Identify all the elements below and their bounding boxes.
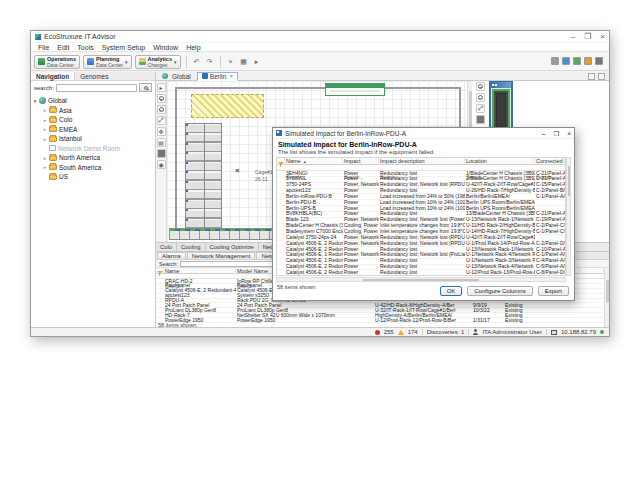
- warning-count[interactable]: 174: [408, 329, 418, 335]
- pointer-tool-icon[interactable]: ▸: [157, 83, 166, 92]
- folder-icon: [49, 107, 57, 113]
- undo-icon[interactable]: ↶: [192, 57, 202, 67]
- minimize-icon[interactable]: –: [542, 130, 546, 137]
- menu-help[interactable]: Help: [182, 44, 204, 51]
- user-icon: [473, 329, 478, 335]
- ok-button[interactable]: OK: [440, 286, 463, 296]
- error-icon[interactable]: [375, 330, 380, 335]
- column-impact-description[interactable]: Impact description: [379, 158, 465, 165]
- close-tab-icon[interactable]: ×: [229, 73, 233, 79]
- column-connected-breaker[interactable]: Connected Breaker: [535, 158, 565, 165]
- column-name[interactable]: Name▲: [285, 158, 343, 165]
- dialog-heading: Simulated Impact for Berlin-InRow-PDU-A …: [273, 139, 574, 156]
- tab-global[interactable]: Global: [158, 72, 195, 81]
- tab-network-management[interactable]: Network Management: [187, 252, 256, 259]
- restore-view-icon[interactable]: [588, 73, 595, 80]
- table-row[interactable]: PowerEdge 1950PowerEdge 1950U-12/Prod-Ra…: [156, 318, 604, 323]
- tree-item-us[interactable]: US: [31, 172, 155, 182]
- error-count[interactable]: 255: [384, 329, 394, 335]
- zoom-in-icon[interactable]: +: [476, 82, 485, 91]
- zoom-in-icon[interactable]: +: [157, 94, 166, 103]
- chevron-down-icon[interactable]: ▾: [174, 59, 177, 65]
- column-impact[interactable]: Impact: [343, 158, 379, 165]
- tab-berlin[interactable]: Berlin×: [197, 72, 238, 81]
- tree-item-north-america[interactable]: ▸North America: [31, 153, 155, 163]
- tab-alarms[interactable]: Alarms: [157, 252, 186, 259]
- settings-icon[interactable]: [595, 57, 603, 65]
- export-button[interactable]: Export: [538, 286, 569, 296]
- tree-item-south-america[interactable]: ▸South America: [31, 163, 155, 173]
- discoveries-status[interactable]: Discoveries: 1: [427, 329, 465, 335]
- tree-item-network-demo-room[interactable]: Network Demo Room: [31, 144, 155, 154]
- planning-perspective-button[interactable]: PlanningData Center ▾: [83, 55, 131, 69]
- delete-icon[interactable]: ×: [226, 57, 236, 67]
- zoom-out-icon[interactable]: −: [476, 93, 485, 102]
- menu-file[interactable]: File: [34, 44, 53, 51]
- title-bar[interactable]: EcoStruxure IT Advisor: [31, 31, 609, 42]
- minimize-icon[interactable]: –: [571, 33, 575, 41]
- operations-perspective-button[interactable]: OperationsData Center: [34, 55, 80, 69]
- pointer-icon[interactable]: ▸: [252, 57, 262, 67]
- layer-tab-colo[interactable]: Colo: [156, 243, 177, 251]
- tab-genomes[interactable]: Genomes: [75, 72, 113, 80]
- layers-icon[interactable]: ▤: [157, 138, 166, 147]
- row-id-label: 26-11: [255, 176, 267, 182]
- snapshot-icon[interactable]: [584, 57, 592, 65]
- maximize-icon[interactable]: ❐: [553, 130, 559, 137]
- tree-item-colo[interactable]: ▸Colo: [31, 115, 155, 125]
- toolbar-separator: [220, 56, 221, 68]
- folder-icon: [49, 174, 57, 180]
- maximize-view-icon[interactable]: [598, 73, 605, 80]
- status-bar: 255 174 Discoveries: 1 ITA Administrator…: [31, 327, 609, 336]
- table-scrollbar[interactable]: [604, 268, 609, 329]
- zoom-fit-icon[interactable]: ⤢: [476, 104, 485, 113]
- layer-tab-cooling-optimize[interactable]: Cooling Optimize: [206, 243, 259, 251]
- close-icon[interactable]: ×: [600, 33, 605, 41]
- folder-icon: [49, 117, 57, 123]
- menu-bar: File Edit Tools System Setup Window Help: [31, 43, 609, 52]
- folder-icon: [49, 126, 57, 132]
- menu-tools[interactable]: Tools: [73, 44, 97, 51]
- menu-system-setup[interactable]: System Setup: [98, 44, 150, 51]
- tree-item-asia[interactable]: ▸Asia: [31, 106, 155, 116]
- settings-gear-icon[interactable]: [157, 149, 166, 158]
- filter-funnel-icon[interactable]: [278, 162, 284, 182]
- nav-search-button[interactable]: [139, 83, 152, 92]
- zoom-fit-icon[interactable]: ⤢: [157, 116, 166, 125]
- room-icon: [49, 145, 56, 151]
- nav-search-input[interactable]: [56, 84, 137, 92]
- configure-columns-button[interactable]: Configure Columns: [467, 286, 532, 296]
- column-location[interactable]: Location: [465, 158, 535, 165]
- pan-tool-icon[interactable]: ✥: [157, 127, 166, 136]
- folder-icon: [49, 155, 57, 161]
- server-address: 10.188.82.79: [561, 329, 596, 335]
- dialog-vertical-scrollbar[interactable]: [566, 157, 571, 276]
- rack-row[interactable]: [185, 123, 222, 237]
- tree-item-global[interactable]: ▾Global: [31, 96, 155, 106]
- filter-funnel-icon[interactable]: [157, 271, 163, 291]
- chevron-down-icon[interactable]: ▾: [125, 59, 128, 65]
- import-icon[interactable]: [573, 57, 581, 65]
- visibility-icon[interactable]: ◉: [157, 160, 166, 169]
- tree-item-istanbul[interactable]: ▸Istanbul: [31, 134, 155, 144]
- stop-icon[interactable]: [476, 115, 485, 124]
- tab-navigation[interactable]: Navigation: [31, 72, 75, 80]
- menu-edit[interactable]: Edit: [53, 44, 73, 51]
- close-icon[interactable]: ×: [567, 130, 571, 137]
- maximize-icon[interactable]: ❐: [584, 33, 591, 41]
- warning-icon[interactable]: [398, 330, 404, 335]
- rack-popup-titlebar[interactable]: [491, 82, 511, 88]
- wrench-icon[interactable]: [551, 57, 559, 65]
- analytics-perspective-button[interactable]: AnalyticsChanges ▾: [135, 55, 181, 69]
- layer-tab-cooling[interactable]: Cooling: [177, 243, 206, 251]
- search-icon: [144, 86, 148, 90]
- dialog-titlebar[interactable]: Simulated Impact for Berlin-InRow-PDU-A …: [273, 128, 574, 139]
- export-icon[interactable]: [562, 57, 570, 65]
- tree-item-emea[interactable]: ▸EMEA: [31, 125, 155, 135]
- dialog-horizontal-scrollbar[interactable]: [276, 277, 566, 282]
- menu-window[interactable]: Window: [149, 44, 182, 51]
- table-row[interactable]: Catalyst 4506-E, 2 Redundant-4200w-BPowe…: [277, 270, 565, 276]
- zoom-out-icon[interactable]: −: [157, 105, 166, 114]
- redo-icon[interactable]: ↷: [205, 57, 215, 67]
- grid-icon[interactable]: ▦: [239, 57, 249, 67]
